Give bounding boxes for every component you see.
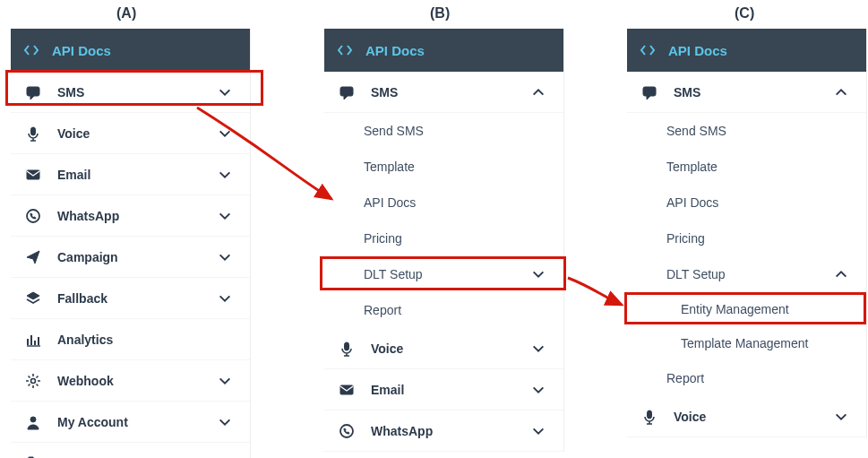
- chevron-up-icon: [531, 85, 549, 99]
- menu-item-label: DLT Setup: [666, 267, 726, 281]
- mic-icon: [641, 409, 663, 425]
- submenu-item-template[interactable]: Template: [627, 149, 866, 185]
- menu-item-label: SMS: [371, 85, 398, 99]
- whatsapp-icon: [25, 208, 47, 224]
- menu-item-label: Send SMS: [364, 124, 424, 138]
- panel-a: API Docs SMSVoiceEmailWhatsAppCampaignFa…: [11, 29, 251, 458]
- panel-header: API Docs: [324, 29, 563, 72]
- menu-item-label: Entity Management: [681, 302, 789, 316]
- chevron-down-icon: [531, 341, 549, 356]
- menu-item-label: Analytics: [57, 333, 113, 347]
- chevron-up-icon: [834, 85, 852, 99]
- chevron-up-icon: [834, 267, 852, 281]
- submenu-item-pricing[interactable]: Pricing: [627, 220, 866, 256]
- submenu-item-send-sms[interactable]: Send SMS: [627, 113, 866, 149]
- chevron-down-icon: [531, 383, 549, 397]
- submenu-item-pricing[interactable]: Pricing: [324, 220, 563, 256]
- send-icon: [25, 249, 47, 265]
- menu-item-voice[interactable]: Voice: [11, 113, 250, 154]
- submenu-item-report[interactable]: Report: [324, 292, 563, 328]
- menu-item-label: Campaign: [57, 250, 118, 264]
- menu-item-voice[interactable]: Voice: [324, 328, 563, 369]
- menu-item-label: SMS: [57, 85, 84, 99]
- menu-item-label: WhatsApp: [371, 424, 433, 438]
- menu-item-whatsapp[interactable]: WhatsApp: [324, 410, 563, 452]
- menu-item-label: Report: [364, 303, 401, 317]
- step-label-b: (B): [430, 5, 450, 22]
- menu-item-my-account[interactable]: My Account: [11, 402, 250, 443]
- menu-item-label: Pricing: [364, 231, 402, 246]
- menu-item-label: API Docs: [364, 195, 416, 210]
- menu-item-voice[interactable]: Voice: [627, 396, 866, 437]
- menu-item-label: Send SMS: [666, 124, 726, 138]
- submenu-item-send-sms[interactable]: Send SMS: [324, 113, 563, 149]
- chevron-down-icon: [218, 126, 236, 141]
- code-icon: [23, 42, 43, 58]
- menu-item-label: My Account: [57, 415, 128, 429]
- menu-item-campaign[interactable]: Campaign: [11, 237, 250, 278]
- chevron-down-icon: [531, 424, 549, 438]
- menu-item-label: Voice: [371, 341, 403, 356]
- chart-icon: [25, 332, 47, 348]
- chat-icon: [339, 84, 360, 100]
- chat-icon: [25, 84, 47, 100]
- chevron-down-icon: [218, 291, 236, 306]
- menu-item-analytics[interactable]: Analytics: [11, 319, 250, 360]
- user-icon: [25, 414, 47, 430]
- menu-item-label: WhatsApp: [57, 209, 119, 223]
- menu-item-label: API Docs: [666, 195, 718, 210]
- submenu-item-dlt-setup[interactable]: DLT Setup: [627, 256, 866, 292]
- menu-item-label: Email: [371, 383, 404, 397]
- menu-item-label: Template Management: [681, 336, 808, 350]
- menu-item-whatsapp[interactable]: WhatsApp: [11, 195, 250, 237]
- submenu-item-dlt-setup[interactable]: DLT Setup: [324, 256, 563, 292]
- menu-item-label: Template: [666, 160, 718, 174]
- chevron-down-icon: [218, 85, 236, 99]
- envelope-icon: [25, 167, 47, 183]
- layers-icon: [25, 290, 47, 307]
- menu-item-label: Pricing: [666, 231, 705, 246]
- mic-icon: [339, 341, 360, 357]
- menu-item-label: Voice: [674, 410, 706, 424]
- chevron-down-icon: [218, 168, 236, 182]
- menu-item-label: Email: [57, 168, 90, 182]
- submenu-item-report[interactable]: Report: [627, 360, 866, 396]
- menu-item-webhook[interactable]: Webhook: [11, 360, 250, 402]
- menu-item-label: DLT Setup: [364, 267, 423, 281]
- menu-item-fallback[interactable]: Fallback: [11, 278, 250, 319]
- menu-item-label: Voice: [57, 126, 90, 141]
- menu-item-label: Webhook: [57, 374, 114, 388]
- menu-item-label: SMS: [674, 85, 700, 99]
- step-label-c: (C): [735, 5, 754, 22]
- submenu-item-template-management[interactable]: Template Management: [627, 326, 866, 360]
- menu-item-email[interactable]: Email: [324, 369, 563, 410]
- menu-item-support[interactable]: Support: [11, 443, 250, 458]
- menu-item-label: Template: [364, 160, 415, 174]
- chevron-down-icon: [218, 209, 236, 223]
- menu-item-sms[interactable]: SMS: [11, 72, 250, 113]
- menu-item-sms[interactable]: SMS: [324, 72, 563, 113]
- menu-item-label: Fallback: [57, 291, 107, 306]
- chat-icon: [641, 84, 663, 100]
- step-label-a: (A): [116, 5, 136, 22]
- panel-header-title: API Docs: [668, 43, 727, 58]
- submenu-item-entity-management[interactable]: Entity Management: [627, 292, 866, 326]
- menu-item-label: Report: [666, 371, 704, 385]
- panel-header: API Docs: [627, 29, 866, 72]
- whatsapp-icon: [339, 423, 360, 439]
- gear-icon: [25, 373, 47, 389]
- phone-icon: [25, 455, 47, 459]
- panel-b: API Docs SMSSend SMSTemplateAPI DocsPric…: [324, 29, 564, 452]
- chevron-down-icon: [531, 267, 549, 281]
- menu-item-sms[interactable]: SMS: [627, 72, 866, 113]
- submenu-item-api-docs[interactable]: API Docs: [324, 185, 563, 220]
- mic-icon: [25, 125, 47, 142]
- menu-item-email[interactable]: Email: [11, 154, 250, 195]
- envelope-icon: [339, 382, 360, 398]
- submenu-item-api-docs[interactable]: API Docs: [627, 185, 866, 220]
- code-icon: [640, 42, 659, 58]
- submenu-item-template[interactable]: Template: [324, 149, 563, 185]
- chevron-down-icon: [834, 410, 852, 424]
- code-icon: [337, 42, 357, 58]
- chevron-down-icon: [218, 415, 236, 429]
